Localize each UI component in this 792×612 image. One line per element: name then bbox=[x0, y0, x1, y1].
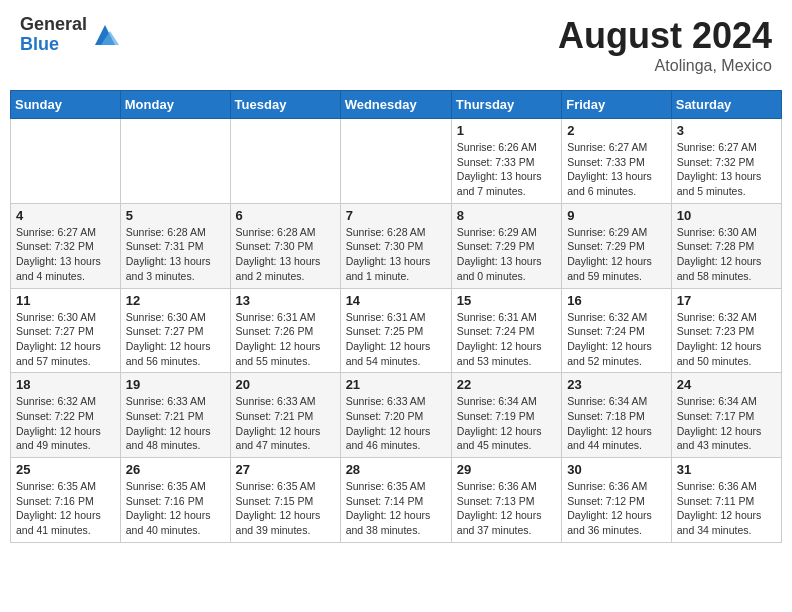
day-info: Sunrise: 6:26 AM Sunset: 7:33 PM Dayligh… bbox=[457, 140, 556, 199]
weekday-header-tuesday: Tuesday bbox=[230, 91, 340, 119]
day-info: Sunrise: 6:35 AM Sunset: 7:14 PM Dayligh… bbox=[346, 479, 446, 538]
calendar-cell: 4Sunrise: 6:27 AM Sunset: 7:32 PM Daylig… bbox=[11, 203, 121, 288]
calendar-cell: 11Sunrise: 6:30 AM Sunset: 7:27 PM Dayli… bbox=[11, 288, 121, 373]
calendar-week-1: 1Sunrise: 6:26 AM Sunset: 7:33 PM Daylig… bbox=[11, 119, 782, 204]
calendar-cell: 24Sunrise: 6:34 AM Sunset: 7:17 PM Dayli… bbox=[671, 373, 781, 458]
calendar-cell: 12Sunrise: 6:30 AM Sunset: 7:27 PM Dayli… bbox=[120, 288, 230, 373]
day-info: Sunrise: 6:33 AM Sunset: 7:21 PM Dayligh… bbox=[126, 394, 225, 453]
day-info: Sunrise: 6:35 AM Sunset: 7:16 PM Dayligh… bbox=[16, 479, 115, 538]
logo-blue-text: Blue bbox=[20, 35, 87, 55]
calendar-cell bbox=[340, 119, 451, 204]
day-number: 21 bbox=[346, 377, 446, 392]
day-number: 18 bbox=[16, 377, 115, 392]
day-number: 10 bbox=[677, 208, 776, 223]
day-info: Sunrise: 6:33 AM Sunset: 7:20 PM Dayligh… bbox=[346, 394, 446, 453]
day-info: Sunrise: 6:36 AM Sunset: 7:11 PM Dayligh… bbox=[677, 479, 776, 538]
calendar-cell: 26Sunrise: 6:35 AM Sunset: 7:16 PM Dayli… bbox=[120, 458, 230, 543]
day-number: 29 bbox=[457, 462, 556, 477]
day-number: 27 bbox=[236, 462, 335, 477]
day-number: 9 bbox=[567, 208, 666, 223]
day-info: Sunrise: 6:27 AM Sunset: 7:33 PM Dayligh… bbox=[567, 140, 666, 199]
calendar-cell: 23Sunrise: 6:34 AM Sunset: 7:18 PM Dayli… bbox=[562, 373, 672, 458]
day-number: 4 bbox=[16, 208, 115, 223]
calendar-cell: 17Sunrise: 6:32 AM Sunset: 7:23 PM Dayli… bbox=[671, 288, 781, 373]
day-number: 30 bbox=[567, 462, 666, 477]
day-info: Sunrise: 6:28 AM Sunset: 7:30 PM Dayligh… bbox=[346, 225, 446, 284]
calendar-cell: 27Sunrise: 6:35 AM Sunset: 7:15 PM Dayli… bbox=[230, 458, 340, 543]
calendar-cell: 14Sunrise: 6:31 AM Sunset: 7:25 PM Dayli… bbox=[340, 288, 451, 373]
day-info: Sunrise: 6:27 AM Sunset: 7:32 PM Dayligh… bbox=[677, 140, 776, 199]
weekday-header-saturday: Saturday bbox=[671, 91, 781, 119]
calendar-cell: 6Sunrise: 6:28 AM Sunset: 7:30 PM Daylig… bbox=[230, 203, 340, 288]
calendar-cell bbox=[11, 119, 121, 204]
day-info: Sunrise: 6:29 AM Sunset: 7:29 PM Dayligh… bbox=[567, 225, 666, 284]
day-number: 1 bbox=[457, 123, 556, 138]
logo-icon bbox=[91, 21, 119, 49]
calendar-cell bbox=[120, 119, 230, 204]
calendar-cell: 3Sunrise: 6:27 AM Sunset: 7:32 PM Daylig… bbox=[671, 119, 781, 204]
day-info: Sunrise: 6:30 AM Sunset: 7:27 PM Dayligh… bbox=[16, 310, 115, 369]
day-info: Sunrise: 6:31 AM Sunset: 7:25 PM Dayligh… bbox=[346, 310, 446, 369]
day-number: 28 bbox=[346, 462, 446, 477]
calendar-week-2: 4Sunrise: 6:27 AM Sunset: 7:32 PM Daylig… bbox=[11, 203, 782, 288]
day-number: 16 bbox=[567, 293, 666, 308]
calendar-cell: 28Sunrise: 6:35 AM Sunset: 7:14 PM Dayli… bbox=[340, 458, 451, 543]
calendar-cell: 18Sunrise: 6:32 AM Sunset: 7:22 PM Dayli… bbox=[11, 373, 121, 458]
weekday-header-monday: Monday bbox=[120, 91, 230, 119]
day-info: Sunrise: 6:35 AM Sunset: 7:15 PM Dayligh… bbox=[236, 479, 335, 538]
day-info: Sunrise: 6:30 AM Sunset: 7:28 PM Dayligh… bbox=[677, 225, 776, 284]
calendar-cell: 30Sunrise: 6:36 AM Sunset: 7:12 PM Dayli… bbox=[562, 458, 672, 543]
calendar-cell: 25Sunrise: 6:35 AM Sunset: 7:16 PM Dayli… bbox=[11, 458, 121, 543]
calendar-cell: 13Sunrise: 6:31 AM Sunset: 7:26 PM Dayli… bbox=[230, 288, 340, 373]
day-number: 13 bbox=[236, 293, 335, 308]
day-number: 26 bbox=[126, 462, 225, 477]
day-number: 31 bbox=[677, 462, 776, 477]
weekday-header-thursday: Thursday bbox=[451, 91, 561, 119]
day-number: 2 bbox=[567, 123, 666, 138]
calendar-week-3: 11Sunrise: 6:30 AM Sunset: 7:27 PM Dayli… bbox=[11, 288, 782, 373]
calendar-cell: 16Sunrise: 6:32 AM Sunset: 7:24 PM Dayli… bbox=[562, 288, 672, 373]
weekday-header-friday: Friday bbox=[562, 91, 672, 119]
calendar-cell: 29Sunrise: 6:36 AM Sunset: 7:13 PM Dayli… bbox=[451, 458, 561, 543]
logo-general-text: General bbox=[20, 15, 87, 35]
day-number: 8 bbox=[457, 208, 556, 223]
calendar-cell: 22Sunrise: 6:34 AM Sunset: 7:19 PM Dayli… bbox=[451, 373, 561, 458]
calendar-cell: 20Sunrise: 6:33 AM Sunset: 7:21 PM Dayli… bbox=[230, 373, 340, 458]
day-info: Sunrise: 6:27 AM Sunset: 7:32 PM Dayligh… bbox=[16, 225, 115, 284]
day-number: 3 bbox=[677, 123, 776, 138]
day-number: 20 bbox=[236, 377, 335, 392]
day-number: 6 bbox=[236, 208, 335, 223]
day-info: Sunrise: 6:30 AM Sunset: 7:27 PM Dayligh… bbox=[126, 310, 225, 369]
day-info: Sunrise: 6:31 AM Sunset: 7:26 PM Dayligh… bbox=[236, 310, 335, 369]
day-info: Sunrise: 6:32 AM Sunset: 7:24 PM Dayligh… bbox=[567, 310, 666, 369]
day-info: Sunrise: 6:28 AM Sunset: 7:30 PM Dayligh… bbox=[236, 225, 335, 284]
title-block: August 2024 Atolinga, Mexico bbox=[558, 15, 772, 75]
calendar-cell: 8Sunrise: 6:29 AM Sunset: 7:29 PM Daylig… bbox=[451, 203, 561, 288]
calendar-header-row: SundayMondayTuesdayWednesdayThursdayFrid… bbox=[11, 91, 782, 119]
day-info: Sunrise: 6:32 AM Sunset: 7:23 PM Dayligh… bbox=[677, 310, 776, 369]
day-number: 7 bbox=[346, 208, 446, 223]
day-number: 23 bbox=[567, 377, 666, 392]
page-header: General Blue August 2024 Atolinga, Mexic… bbox=[10, 10, 782, 80]
calendar-cell: 31Sunrise: 6:36 AM Sunset: 7:11 PM Dayli… bbox=[671, 458, 781, 543]
day-info: Sunrise: 6:28 AM Sunset: 7:31 PM Dayligh… bbox=[126, 225, 225, 284]
calendar-week-4: 18Sunrise: 6:32 AM Sunset: 7:22 PM Dayli… bbox=[11, 373, 782, 458]
weekday-header-wednesday: Wednesday bbox=[340, 91, 451, 119]
day-info: Sunrise: 6:34 AM Sunset: 7:18 PM Dayligh… bbox=[567, 394, 666, 453]
day-number: 17 bbox=[677, 293, 776, 308]
day-number: 19 bbox=[126, 377, 225, 392]
calendar-cell: 19Sunrise: 6:33 AM Sunset: 7:21 PM Dayli… bbox=[120, 373, 230, 458]
day-info: Sunrise: 6:33 AM Sunset: 7:21 PM Dayligh… bbox=[236, 394, 335, 453]
day-number: 24 bbox=[677, 377, 776, 392]
calendar-cell: 7Sunrise: 6:28 AM Sunset: 7:30 PM Daylig… bbox=[340, 203, 451, 288]
day-number: 5 bbox=[126, 208, 225, 223]
day-number: 22 bbox=[457, 377, 556, 392]
calendar-table: SundayMondayTuesdayWednesdayThursdayFrid… bbox=[10, 90, 782, 543]
day-number: 11 bbox=[16, 293, 115, 308]
logo: General Blue bbox=[20, 15, 119, 55]
day-info: Sunrise: 6:36 AM Sunset: 7:12 PM Dayligh… bbox=[567, 479, 666, 538]
calendar-cell: 2Sunrise: 6:27 AM Sunset: 7:33 PM Daylig… bbox=[562, 119, 672, 204]
weekday-header-sunday: Sunday bbox=[11, 91, 121, 119]
calendar-cell: 10Sunrise: 6:30 AM Sunset: 7:28 PM Dayli… bbox=[671, 203, 781, 288]
location-subtitle: Atolinga, Mexico bbox=[558, 57, 772, 75]
